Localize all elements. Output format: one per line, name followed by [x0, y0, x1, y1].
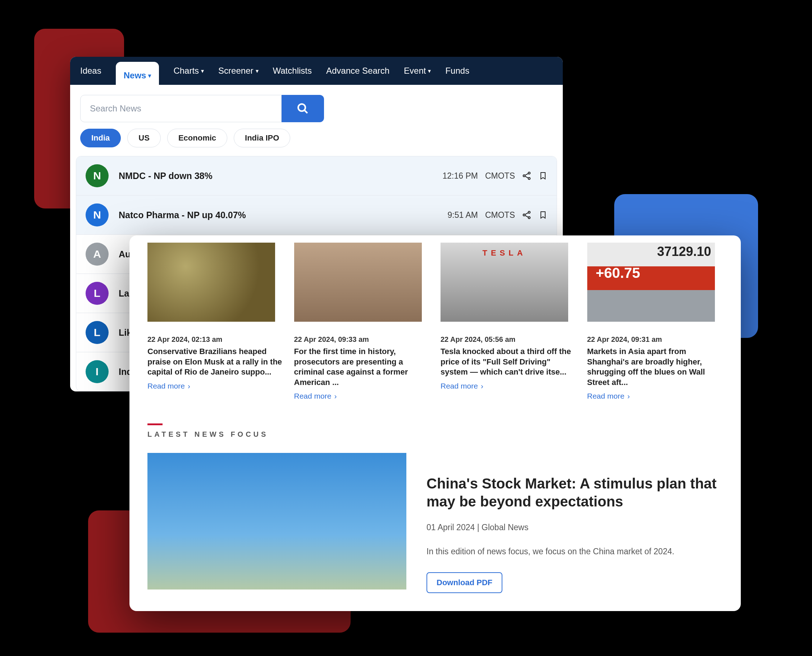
news-card-image: [294, 243, 422, 322]
read-more-label: Read more: [440, 382, 478, 390]
stock-index-delta: +60.75: [596, 265, 640, 281]
news-cards-panel: 22 Apr 2024, 02:13 amConservative Brazil…: [129, 235, 741, 611]
read-more-label: Read more: [587, 392, 624, 401]
stock-index-value: 37129.10: [657, 244, 711, 259]
nav-advance-search[interactable]: Advance Search: [326, 57, 389, 85]
nav-label: Charts: [174, 66, 199, 76]
focus-meta: 01 April 2024 | Global News: [426, 523, 723, 532]
news-row[interactable]: NNatco Pharma - NP up 40.07%9:51 AMCMOTS: [76, 195, 557, 235]
news-meta: 12:16 PMCMOTS: [442, 171, 547, 181]
read-more-link[interactable]: Read more›: [294, 392, 430, 401]
news-time: 12:16 PM: [442, 171, 477, 181]
section-label: LATEST NEWS FOCUS: [147, 430, 723, 439]
svg-line-11: [525, 215, 528, 217]
read-more-link[interactable]: Read more›: [147, 382, 284, 390]
news-time: 9:51 AM: [448, 210, 478, 220]
focus-title: China's Stock Market: A stimulus plan th…: [426, 475, 723, 511]
tesla-logo-text: TESLA: [482, 248, 526, 258]
share-icon[interactable]: [522, 171, 532, 181]
filter-us[interactable]: US: [127, 129, 161, 147]
svg-point-0: [298, 104, 305, 111]
read-more-link[interactable]: Read more›: [587, 392, 723, 401]
news-focus: China's Stock Market: A stimulus plan th…: [147, 453, 723, 593]
avatar: N: [85, 203, 108, 226]
news-card-title: Markets in Asia apart from Shanghai's ar…: [587, 347, 723, 387]
svg-line-10: [525, 213, 528, 215]
search-input[interactable]: [80, 95, 282, 122]
bookmark-icon[interactable]: [539, 210, 547, 220]
news-source: CMOTS: [485, 210, 515, 220]
news-card-date: 22 Apr 2024, 09:33 am: [294, 336, 430, 343]
svg-line-6: [525, 176, 528, 178]
nav-label: Ideas: [80, 66, 101, 76]
read-more-label: Read more: [294, 392, 332, 401]
read-more-link[interactable]: Read more›: [440, 382, 576, 390]
search-button[interactable]: [282, 95, 324, 122]
news-card-date: 22 Apr 2024, 05:56 am: [440, 336, 576, 343]
focus-sep: |: [475, 523, 482, 532]
nav-screener[interactable]: Screener▾: [218, 57, 258, 85]
news-row[interactable]: NNMDC - NP down 38%12:16 PMCMOTS: [76, 156, 557, 195]
focus-image: [147, 453, 406, 589]
news-card-image: [147, 243, 275, 322]
section-divider: [147, 424, 163, 425]
nav-news[interactable]: News▾: [116, 62, 159, 85]
chevron-right-icon: ›: [188, 382, 190, 390]
filter-india[interactable]: India: [80, 129, 121, 147]
avatar: A: [85, 243, 108, 266]
nav-ideas[interactable]: Ideas: [80, 57, 101, 85]
bookmark-icon[interactable]: [539, 171, 547, 181]
nav-label: Funds: [445, 66, 469, 76]
nav-label: Watchlists: [273, 66, 312, 76]
news-card-title: Tesla knocked about a third off the pric…: [440, 347, 576, 378]
search-icon: [297, 102, 309, 114]
nav-event[interactable]: Event▾: [404, 57, 431, 85]
nav-label: Screener: [218, 66, 253, 76]
news-card-title: Conservative Brazilians heaped praise on…: [147, 347, 284, 378]
news-card-title: For the first time in history, prosecuto…: [294, 347, 430, 387]
news-card[interactable]: 22 Apr 2024, 02:13 amConservative Brazil…: [147, 243, 284, 390]
filter-india-ipo[interactable]: India IPO: [234, 129, 290, 147]
chevron-down-icon: ▾: [201, 68, 204, 74]
news-meta: 9:51 AMCMOTS: [448, 210, 547, 220]
filter-economic[interactable]: Economic: [167, 129, 227, 147]
chevron-right-icon: ›: [627, 392, 630, 401]
focus-body: China's Stock Market: A stimulus plan th…: [426, 453, 723, 593]
svg-line-5: [525, 173, 528, 175]
avatar: N: [85, 164, 108, 187]
avatar: L: [85, 282, 108, 305]
nav-label: Event: [404, 66, 426, 76]
top-nav: IdeasNews▾Charts▾Screener▾WatchlistsAdva…: [70, 57, 563, 85]
news-headline: Natco Pharma - NP up 40.07%: [119, 210, 438, 220]
nav-label: Advance Search: [326, 66, 389, 76]
news-card-image: 37129.10+60.75: [587, 243, 715, 322]
nav-funds[interactable]: Funds: [445, 57, 469, 85]
share-icon[interactable]: [522, 210, 532, 220]
news-cards-row: 22 Apr 2024, 02:13 amConservative Brazil…: [147, 243, 723, 401]
focus-date: 01 April 2024: [426, 523, 475, 532]
chevron-right-icon: ›: [334, 392, 336, 401]
news-card-image: TESLA: [440, 243, 568, 322]
filter-chips: IndiaUSEconomicIndia IPO: [70, 129, 563, 156]
chevron-down-icon: ▾: [428, 68, 431, 74]
news-card[interactable]: 37129.10+60.7522 Apr 2024, 09:31 amMarke…: [587, 243, 723, 401]
news-card[interactable]: 22 Apr 2024, 09:33 amFor the first time …: [294, 243, 430, 401]
nav-label: News: [124, 70, 146, 80]
chevron-down-icon: ▾: [148, 72, 151, 79]
avatar: L: [85, 321, 108, 344]
chevron-right-icon: ›: [481, 382, 483, 390]
news-source: CMOTS: [485, 171, 515, 181]
chevron-down-icon: ▾: [256, 68, 259, 74]
nav-watchlists[interactable]: Watchlists: [273, 57, 312, 85]
avatar: I: [85, 360, 108, 383]
read-more-label: Read more: [147, 382, 185, 390]
svg-line-1: [304, 110, 307, 113]
focus-description: In this edition of news focus, we focus …: [426, 547, 723, 557]
news-card-date: 22 Apr 2024, 02:13 am: [147, 336, 284, 343]
news-card[interactable]: TESLA22 Apr 2024, 05:56 amTesla knocked …: [440, 243, 576, 390]
nav-charts[interactable]: Charts▾: [174, 57, 204, 85]
focus-category: Global News: [482, 523, 528, 532]
news-headline: NMDC - NP down 38%: [119, 171, 432, 181]
news-card-date: 22 Apr 2024, 09:31 am: [587, 336, 723, 343]
download-pdf-button[interactable]: Download PDF: [426, 572, 502, 593]
